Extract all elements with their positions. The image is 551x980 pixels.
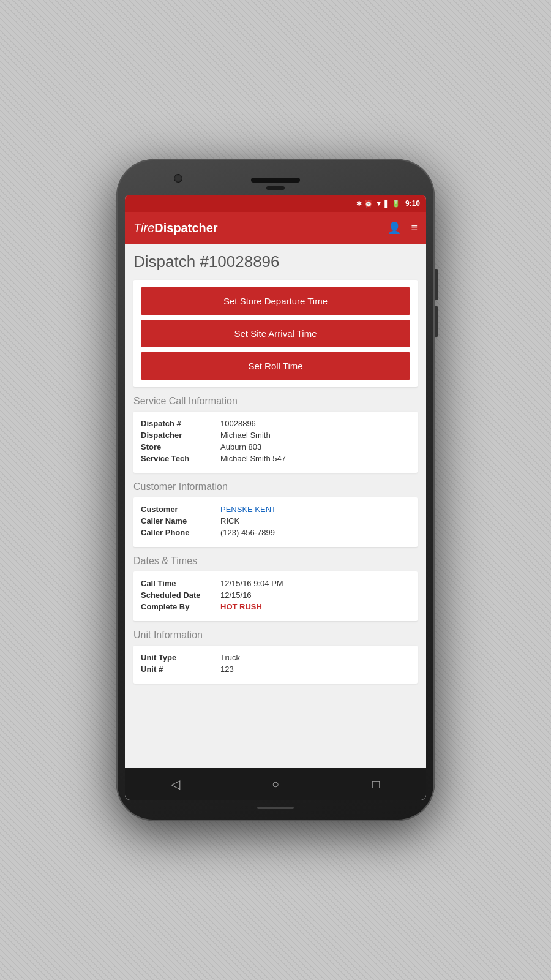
table-row: Call Time 12/15/16 9:04 PM xyxy=(141,579,410,588)
unit-type-value: Truck xyxy=(220,653,240,662)
table-row: Dispatch # 10028896 xyxy=(141,419,410,428)
table-row: Dispatcher Michael Smith xyxy=(141,431,410,440)
table-row: Unit # 123 xyxy=(141,665,410,674)
recents-icon: □ xyxy=(372,777,380,791)
logo-dispatcher: Dispatcher xyxy=(154,221,217,235)
app-header: TireDispatcher 👤 ≡ xyxy=(125,212,426,244)
status-bar: ✱ ⏰ ▼ ▌ 🔋 9:10 xyxy=(125,195,426,212)
logo-tire: Tire xyxy=(133,221,154,235)
alarm-icon: ⏰ xyxy=(364,200,373,208)
status-icons: ✱ ⏰ ▼ ▌ 🔋 9:10 xyxy=(356,199,420,208)
table-row: Store Auburn 803 xyxy=(141,442,410,451)
dates-times-card: Call Time 12/15/16 9:04 PM Scheduled Dat… xyxy=(133,571,418,621)
profile-icon[interactable]: 👤 xyxy=(388,221,401,235)
customer-value: PENSKE KENT xyxy=(220,505,276,514)
dispatcher-label: Dispatcher xyxy=(141,431,220,440)
volume-up-button[interactable] xyxy=(435,270,438,300)
service-tech-value: Michael Smith 547 xyxy=(220,454,286,463)
store-value: Auburn 803 xyxy=(220,442,261,451)
dates-times-table: Call Time 12/15/16 9:04 PM Scheduled Dat… xyxy=(141,579,410,611)
recents-button[interactable]: □ xyxy=(364,772,388,796)
home-indicator xyxy=(257,807,294,809)
caller-name-label: Caller Name xyxy=(141,516,220,526)
complete-by-label: Complete By xyxy=(141,602,220,611)
customer-label: Customer xyxy=(141,505,220,514)
battery-icon: 🔋 xyxy=(392,200,400,208)
unit-info-header: Unit Information xyxy=(133,630,418,641)
table-row: Complete By HOT RUSH xyxy=(141,602,410,611)
customer-info-card: Customer PENSKE KENT Caller Name RICK Ca… xyxy=(133,497,418,547)
signal-icon: ▌ xyxy=(384,200,389,207)
caller-phone-label: Caller Phone xyxy=(141,528,220,537)
unit-info-table: Unit Type Truck Unit # 123 xyxy=(141,653,410,674)
header-icons: 👤 ≡ xyxy=(388,221,418,235)
menu-icon[interactable]: ≡ xyxy=(411,222,418,235)
scheduled-date-value: 12/15/16 xyxy=(220,590,252,600)
back-button[interactable]: ◁ xyxy=(163,772,187,796)
phone-top xyxy=(125,172,426,195)
table-row: Scheduled Date 12/15/16 xyxy=(141,590,410,600)
volume-down-button[interactable] xyxy=(435,306,438,337)
set-store-departure-button[interactable]: Set Store Departure Time xyxy=(141,287,410,315)
home-button[interactable]: ○ xyxy=(263,772,288,796)
unit-num-value: 123 xyxy=(220,665,234,674)
status-time: 9:10 xyxy=(405,199,420,208)
home-icon: ○ xyxy=(272,777,279,791)
main-content: Dispatch #10028896 Set Store Departure T… xyxy=(125,244,426,768)
table-row: Service Tech Michael Smith 547 xyxy=(141,454,410,463)
app-logo: TireDispatcher xyxy=(133,221,218,235)
caller-phone-value: (123) 456-7899 xyxy=(220,528,275,537)
front-sensor xyxy=(266,186,285,190)
table-row: Customer PENSKE KENT xyxy=(141,505,410,514)
dispatcher-value: Michael Smith xyxy=(220,431,271,440)
bottom-nav: ◁ ○ □ xyxy=(125,768,426,800)
customer-info-table: Customer PENSKE KENT Caller Name RICK Ca… xyxy=(141,505,410,537)
scheduled-date-label: Scheduled Date xyxy=(141,590,220,600)
unit-num-label: Unit # xyxy=(141,665,220,674)
dispatch-num-value: 10028896 xyxy=(220,419,256,428)
table-row: Caller Phone (123) 456-7899 xyxy=(141,528,410,537)
bluetooth-icon: ✱ xyxy=(356,200,362,208)
table-row: Caller Name RICK xyxy=(141,516,410,526)
caller-name-value: RICK xyxy=(220,516,239,526)
table-row: Unit Type Truck xyxy=(141,653,410,662)
set-roll-time-button[interactable]: Set Roll Time xyxy=(141,352,410,380)
wifi-icon: ▼ xyxy=(375,200,382,207)
back-icon: ◁ xyxy=(171,777,180,791)
service-tech-label: Service Tech xyxy=(141,454,220,463)
phone-frame: ✱ ⏰ ▼ ▌ 🔋 9:10 TireDispatcher 👤 ≡ Dispat… xyxy=(116,159,435,821)
action-card: Set Store Departure Time Set Site Arriva… xyxy=(133,280,418,387)
earpiece-speaker xyxy=(251,178,300,183)
page-title: Dispatch #10028896 xyxy=(133,252,418,271)
call-time-value: 12/15/16 9:04 PM xyxy=(220,579,283,588)
complete-by-value: HOT RUSH xyxy=(220,602,262,611)
front-camera xyxy=(174,174,182,183)
phone-bottom xyxy=(125,800,426,812)
service-call-card: Dispatch # 10028896 Dispatcher Michael S… xyxy=(133,412,418,473)
dates-times-header: Dates & Times xyxy=(133,556,418,567)
screen: ✱ ⏰ ▼ ▌ 🔋 9:10 TireDispatcher 👤 ≡ Dispat… xyxy=(125,195,426,800)
customer-info-header: Customer Information xyxy=(133,481,418,492)
service-call-table: Dispatch # 10028896 Dispatcher Michael S… xyxy=(141,419,410,463)
call-time-label: Call Time xyxy=(141,579,220,588)
unit-info-card: Unit Type Truck Unit # 123 xyxy=(133,646,418,684)
set-site-arrival-button[interactable]: Set Site Arrival Time xyxy=(141,320,410,347)
service-call-header: Service Call Information xyxy=(133,396,418,407)
dispatch-num-label: Dispatch # xyxy=(141,419,220,428)
store-label: Store xyxy=(141,442,220,451)
unit-type-label: Unit Type xyxy=(141,653,220,662)
